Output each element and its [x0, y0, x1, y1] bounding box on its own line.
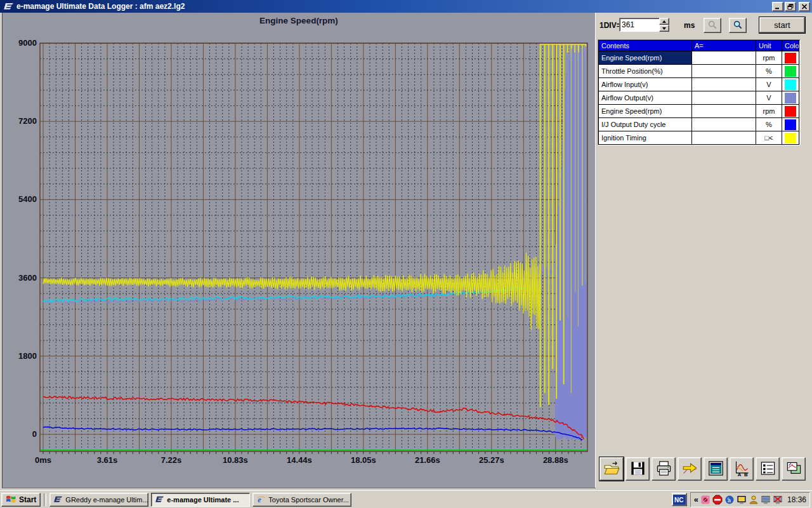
save-file-button[interactable]: [625, 457, 650, 481]
channel-name-cell[interactable]: Throttle Position(%): [599, 65, 692, 78]
window-title: e-mamage Ultimate Data Logger : afm aez2…: [16, 2, 185, 11]
map-view-button[interactable]: [782, 457, 806, 481]
color-swatch-cell: [782, 118, 799, 131]
compare-graphs-button[interactable]: AB: [730, 457, 754, 481]
start-logging-button[interactable]: start: [759, 17, 806, 34]
stop-sign-icon[interactable]: [712, 495, 723, 505]
channel-table: Contents A= Unit Color Engine Speed(rpm)…: [598, 39, 801, 145]
ie-icon: e: [256, 495, 266, 504]
taskbar-task-button[interactable]: eToyota Sportscar Owner...: [252, 493, 351, 507]
spinner-down[interactable]: [659, 25, 669, 32]
desktop: e-mamage Ultimate Data Logger : afm aez2…: [0, 0, 812, 508]
unit-cell: %: [756, 65, 782, 78]
bottom-toolbar: AB: [599, 457, 806, 481]
table-row[interactable]: Airflow Input(v)V: [599, 78, 799, 91]
div-label: 1DIV=: [599, 21, 621, 30]
a-value-cell: [692, 105, 756, 118]
color-swatch-cell: [782, 105, 799, 118]
svg-text:NC: NC: [674, 497, 683, 504]
svg-text:7200: 7200: [18, 116, 37, 126]
spinner-up[interactable]: [659, 18, 669, 25]
col-header-color[interactable]: Color: [782, 41, 799, 51]
channel-name-cell[interactable]: I/J Output Duty cycle: [599, 118, 692, 131]
chart-panel: Engine Speed(rpm)9000720054003600180000m…: [2, 13, 596, 488]
unit-cell: %: [756, 118, 782, 131]
graph-compare-icon: AB: [733, 460, 750, 479]
table-row[interactable]: Engine Speed(rpm)rpm: [599, 51, 799, 65]
monitor-offline-icon[interactable]: [773, 495, 783, 505]
taskbar-task-button[interactable]: GReddy e-manage Ultim...: [49, 493, 148, 507]
col-header-contents[interactable]: Contents: [599, 41, 692, 51]
zoom-out-button[interactable]: [704, 18, 721, 33]
unit-cell: V: [756, 91, 782, 105]
svg-text:10.83s: 10.83s: [223, 455, 248, 465]
collapse-chevron-icon[interactable]: «: [694, 495, 698, 504]
app-logo-icon: [3, 2, 13, 11]
svg-text:0: 0: [32, 429, 37, 439]
div-input[interactable]: [619, 18, 660, 32]
unit-cell: rpm: [756, 51, 782, 65]
color-swatch-cell: [782, 91, 799, 105]
magnifier-disabled-icon: [707, 20, 717, 32]
channel-name-cell[interactable]: Engine Speed(rpm): [599, 105, 692, 118]
table-row[interactable]: Ignition Timing□<: [599, 131, 799, 145]
system-tray: « a 18:36: [690, 492, 810, 507]
svg-text:A: A: [737, 472, 741, 477]
svg-text:28.88s: 28.88s: [543, 455, 568, 465]
svg-text:9000: 9000: [18, 38, 37, 48]
restore-button[interactable]: [785, 2, 796, 11]
user-icon[interactable]: [749, 495, 759, 505]
window-view-button[interactable]: [704, 457, 728, 481]
tray-icons: a: [700, 495, 783, 505]
images-icon: [785, 460, 802, 479]
table-row[interactable]: Engine Speed(rpm)rpm: [599, 105, 799, 118]
zoom-in-button[interactable]: [729, 18, 747, 33]
windows-logo-icon: [6, 494, 16, 505]
channel-name-cell[interactable]: Airflow Input(v): [599, 78, 692, 91]
monitor-display-icon[interactable]: [737, 495, 747, 505]
unit-cell: □<: [756, 131, 782, 145]
logger-chart: Engine Speed(rpm)9000720054003600180000m…: [3, 13, 596, 488]
a-value-cell: [692, 78, 756, 91]
col-header-unit[interactable]: Unit: [756, 41, 782, 51]
control-panel: 1DIV= ms start Contents A= Unit Color: [595, 13, 812, 488]
svg-text:Engine Speed(rpm): Engine Speed(rpm): [259, 16, 338, 25]
table-row[interactable]: Airflow Output(v)V: [599, 91, 799, 105]
print-button[interactable]: [652, 457, 676, 481]
close-button[interactable]: [799, 2, 810, 11]
svg-text:3600: 3600: [18, 273, 37, 283]
open-file-button[interactable]: [599, 457, 624, 481]
task-label: e-mamage Ultimate ...: [167, 496, 239, 504]
list-view-button[interactable]: [756, 457, 780, 481]
color-swatch: [785, 119, 796, 130]
export-button[interactable]: [678, 457, 702, 481]
unit-cell: rpm: [756, 105, 782, 118]
table-header-row: Contents A= Unit Color: [599, 41, 799, 51]
col-header-a[interactable]: A=: [692, 41, 756, 51]
color-swatch: [785, 106, 796, 117]
nc-tray-button[interactable]: NC: [672, 493, 687, 506]
channel-name-cell[interactable]: Engine Speed(rpm): [599, 51, 692, 65]
svg-text:7.22s: 7.22s: [161, 455, 182, 465]
globe-icon[interactable]: a: [724, 495, 735, 505]
table-row[interactable]: Throttle Position(%)%: [599, 65, 799, 78]
a-value-cell: [692, 51, 756, 65]
print-icon: [655, 460, 672, 479]
color-swatch: [785, 133, 796, 144]
minimize-button[interactable]: [772, 2, 783, 11]
taskbar-task-button[interactable]: e-mamage Ultimate ...: [151, 493, 250, 507]
a-value-cell: [692, 118, 756, 131]
emanage-icon: [53, 495, 63, 504]
color-swatch: [785, 79, 796, 90]
pink-app-icon[interactable]: [700, 495, 710, 505]
channel-name-cell[interactable]: Ignition Timing: [599, 131, 692, 145]
monitor-gray-icon[interactable]: [761, 495, 771, 505]
list-view-icon: [759, 460, 776, 479]
taskbar: Start GReddy e-manage Ultim...e-mamage U…: [0, 490, 812, 508]
svg-text:B: B: [743, 472, 747, 477]
svg-text:21.66s: 21.66s: [415, 455, 440, 465]
taskbar-divider: [44, 493, 46, 506]
table-row[interactable]: I/J Output Duty cycle%: [599, 118, 799, 131]
start-menu-button[interactable]: Start: [1, 493, 41, 507]
channel-name-cell[interactable]: Airflow Output(v): [599, 91, 692, 105]
